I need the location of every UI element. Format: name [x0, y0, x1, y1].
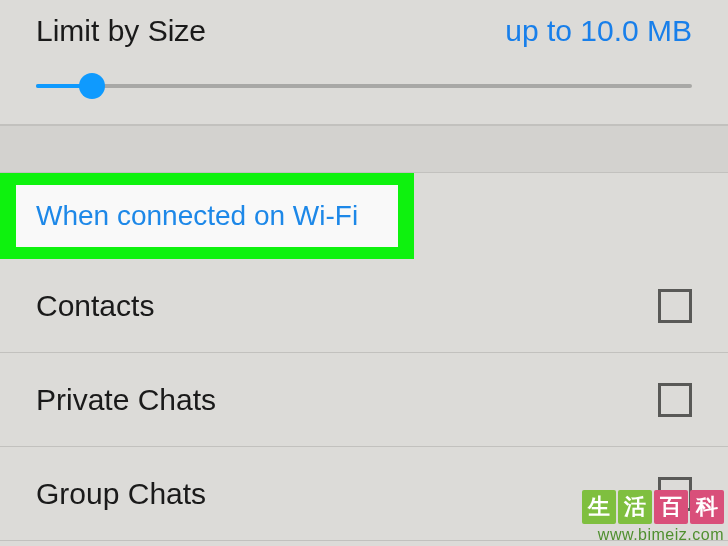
group-chats-checkbox[interactable]: [658, 477, 692, 511]
highlight-box: When connected on Wi-Fi: [0, 173, 414, 259]
contacts-row[interactable]: Contacts: [0, 259, 728, 353]
section-title: When connected on Wi-Fi: [36, 200, 358, 232]
settings-screen: Limit by Size up to 10.0 MB When connect…: [0, 0, 728, 546]
group-chats-row[interactable]: Group Chats: [0, 447, 728, 541]
group-chats-label: Group Chats: [36, 477, 206, 511]
limit-label: Limit by Size: [36, 14, 206, 48]
private-chats-row[interactable]: Private Chats: [0, 353, 728, 447]
wifi-section-header-highlighted: When connected on Wi-Fi: [0, 173, 728, 259]
slider-track: [36, 84, 692, 88]
limit-value: up to 10.0 MB: [505, 14, 692, 48]
size-slider[interactable]: [0, 84, 728, 125]
contacts-label: Contacts: [36, 289, 154, 323]
slider-thumb[interactable]: [79, 73, 105, 99]
section-divider: [0, 125, 728, 173]
private-chats-label: Private Chats: [36, 383, 216, 417]
highlight-inner: When connected on Wi-Fi: [16, 185, 398, 247]
limit-by-size-row[interactable]: Limit by Size up to 10.0 MB: [0, 0, 728, 62]
private-chats-checkbox[interactable]: [658, 383, 692, 417]
contacts-checkbox[interactable]: [658, 289, 692, 323]
